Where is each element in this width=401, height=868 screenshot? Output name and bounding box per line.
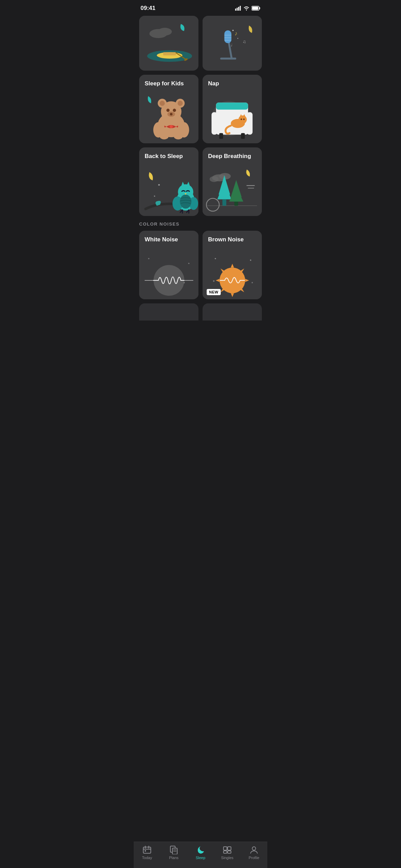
svg-point-19 — [232, 30, 234, 31]
card-back-to-sleep-title: Back to Sleep — [145, 153, 183, 160]
svg-point-94 — [250, 260, 251, 261]
card-nap-title: Nap — [208, 80, 219, 87]
svg-rect-6 — [252, 7, 258, 10]
battery-icon — [252, 6, 260, 11]
svg-rect-1 — [237, 8, 238, 11]
svg-rect-5 — [259, 7, 260, 9]
svg-rect-3 — [240, 6, 241, 11]
svg-rect-85 — [234, 202, 238, 206]
svg-point-35 — [173, 109, 176, 112]
svg-rect-51 — [241, 133, 245, 139]
card-deep-breathing-title: Deep Breathing — [208, 153, 251, 160]
card-sleep-for-kids-title: Sleep for Kids — [145, 80, 184, 87]
card-deep-breathing[interactable]: Deep Breathing — [203, 147, 262, 216]
svg-point-95 — [213, 280, 215, 282]
svg-point-9 — [158, 28, 172, 35]
svg-point-41 — [160, 133, 169, 140]
bottom-partial-cards — [139, 303, 262, 321]
svg-point-57 — [243, 119, 245, 120]
svg-text:♪: ♪ — [235, 30, 238, 37]
card-nap[interactable]: Nap — [203, 75, 262, 143]
svg-rect-2 — [238, 7, 239, 11]
svg-point-33 — [178, 101, 183, 106]
card-white-noise[interactable]: White Noise — [139, 231, 198, 299]
card-music[interactable]: ♪ ♫ ♩ — [203, 16, 262, 71]
svg-point-53 — [239, 116, 247, 124]
svg-point-93 — [215, 258, 216, 259]
wifi-icon — [243, 6, 250, 11]
card-back-to-sleep[interactable]: Back to Sleep — [139, 147, 198, 216]
section-label-color-noises: COLOR NOISES — [139, 221, 262, 227]
svg-point-34 — [166, 109, 169, 112]
svg-rect-23 — [224, 31, 232, 43]
svg-point-32 — [160, 101, 165, 106]
status-time: 09:41 — [141, 5, 155, 12]
svg-rect-47 — [216, 103, 248, 110]
svg-point-37 — [170, 113, 172, 115]
svg-rect-82 — [222, 199, 226, 206]
svg-point-76 — [210, 176, 219, 182]
svg-point-96 — [252, 282, 253, 284]
svg-point-20 — [237, 38, 238, 39]
status-icons — [235, 6, 260, 11]
cards-row-2: Back to Sleep — [139, 147, 262, 216]
card-white-noise-title: White Noise — [145, 236, 178, 243]
status-bar: 09:41 — [134, 0, 267, 14]
svg-point-59 — [158, 184, 160, 186]
svg-rect-48 — [211, 112, 217, 134]
cards-row-1: Sleep for Kids — [139, 75, 262, 143]
signal-icon — [235, 6, 241, 11]
svg-point-68 — [180, 194, 192, 208]
svg-rect-50 — [219, 133, 223, 139]
svg-point-38 — [170, 125, 173, 128]
new-badge-brown-noise: NEW — [207, 289, 221, 295]
svg-point-88 — [148, 258, 149, 259]
svg-rect-22 — [220, 58, 236, 60]
card-sleep-for-kids[interactable]: Sleep for Kids — [139, 75, 198, 143]
svg-rect-49 — [247, 112, 253, 134]
svg-point-56 — [241, 119, 242, 120]
cards-row-noises: White Noise Br — [139, 231, 262, 299]
svg-point-42 — [174, 133, 183, 140]
svg-rect-0 — [235, 9, 236, 11]
card-brown-noise[interactable]: Brown Noise — [203, 231, 262, 299]
card-rowing[interactable] — [139, 16, 198, 71]
card-brown-noise-title: Brown Noise — [208, 236, 244, 243]
top-cards-row: ♪ ♫ ♩ — [139, 16, 262, 71]
svg-point-89 — [188, 263, 190, 264]
svg-text:♫: ♫ — [243, 39, 246, 44]
scroll-content: ♪ ♫ ♩ Sleep for Kids — [134, 14, 267, 366]
svg-rect-12 — [163, 52, 176, 55]
svg-point-60 — [154, 195, 155, 197]
svg-text:♩: ♩ — [231, 43, 232, 47]
